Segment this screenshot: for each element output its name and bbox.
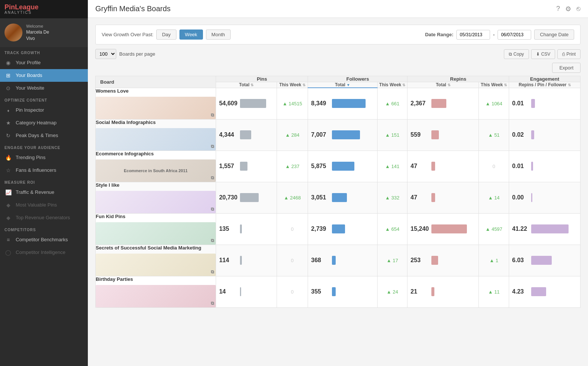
board-name[interactable]: Ecommerce Infographics (96, 151, 216, 156)
data-cell: 15,240 (407, 213, 479, 245)
col-board-header[interactable]: Board (96, 76, 216, 88)
bar (332, 256, 336, 265)
sidebar-item-competitor-benchmarks[interactable]: ≡ Competitor Benchmarks (0, 233, 88, 246)
board-thumbnail: ⧉ (96, 191, 216, 213)
week-cell: ▲ 14515 (277, 88, 308, 119)
data-cell: 4,344 (216, 119, 277, 151)
board-link-icon[interactable]: ⧉ (211, 207, 214, 212)
bar (332, 287, 336, 296)
sidebar-item-fans-influencers[interactable]: ☆ Fans & Influencers (0, 164, 88, 177)
total-value: 54,609 (219, 100, 238, 107)
measure-roi-header: MEASURE ROI (0, 177, 88, 186)
sidebar-item-top-revenue[interactable]: ◆ Top Revenue Generators (0, 211, 88, 224)
total-value: 7,007 (311, 131, 330, 138)
sidebar-item-trending-pins[interactable]: 🔥 Trending Pins (0, 151, 88, 164)
data-cell: 47 (407, 151, 479, 182)
week-cell: ▲ 4597 (479, 213, 509, 245)
month-button[interactable]: Month (206, 30, 231, 40)
board-name[interactable]: Secrets of Successful Social Media Marke… (96, 245, 216, 251)
total-value: 2,739 (311, 226, 330, 232)
peak-days-icon: ↻ (4, 133, 12, 139)
sidebar-item-competitor-intelligence[interactable]: ◯ Competitor Intelligence (0, 246, 88, 259)
sidebar-item-your-website[interactable]: ⊙ Your Website (0, 82, 88, 94)
sidebar-item-peak-days[interactable]: ↻ Peak Days & Times (0, 129, 88, 142)
profile-icon: ◉ (4, 60, 12, 66)
sidebar-item-traffic-revenue[interactable]: 📈 Traffic & Revenue (0, 186, 88, 199)
total-value: 253 (410, 257, 429, 264)
week-cell: ▲ 17 (377, 245, 407, 276)
controls-row: View Growth Over Past: Day Week Month Da… (95, 25, 581, 44)
board-thumbnail: ⧉ (96, 222, 216, 245)
board-link-icon[interactable]: ⧉ (211, 238, 214, 243)
settings-icon[interactable]: ⚙ (565, 5, 571, 13)
engagement-subheader[interactable]: Repins / Pin / Follower⇅ (509, 82, 581, 88)
fans-icon: ☆ (4, 167, 12, 173)
csv-button[interactable]: ⬇ CSV (531, 49, 555, 59)
bar (240, 193, 259, 202)
change-date-button[interactable]: Change Date (534, 30, 574, 40)
week-value: ▲ 661 (385, 101, 399, 106)
export-button[interactable]: Export (552, 63, 581, 73)
board-name-cell: Fun Kid Pins⧉ (96, 213, 216, 245)
week-value: ▲ 11 (488, 289, 500, 295)
repins-week-subheader[interactable]: This Week⇅ (479, 82, 509, 88)
total-value: 368 (311, 257, 330, 264)
total-value: 14 (219, 288, 238, 295)
bar (240, 256, 242, 265)
bar (431, 130, 439, 139)
bar (240, 130, 251, 139)
col-followers-header: Followers (308, 76, 407, 82)
sidebar-item-pin-inspector[interactable]: ⬧ Pin Inspector (0, 104, 88, 117)
total-value: 15,240 (410, 226, 429, 232)
board-link-icon[interactable]: ⧉ (211, 269, 214, 274)
week-cell: ▲ 2468 (277, 182, 308, 213)
engagement-value: 4.23 (512, 288, 529, 295)
sidebar-item-label: Your Website (16, 85, 44, 91)
total-value: 559 (410, 131, 429, 138)
sidebar-item-your-profile[interactable]: ◉ Your Profile (0, 56, 88, 69)
pins-week-subheader[interactable]: This Week⇅ (277, 82, 308, 88)
board-name-cell: Secrets of Successful Social Media Marke… (96, 245, 216, 276)
date-from-input[interactable] (456, 30, 490, 40)
sidebar-item-your-boards[interactable]: ⊞ Your Boards (0, 69, 88, 82)
help-icon[interactable]: ? (556, 5, 560, 13)
followers-total-subheader[interactable]: Total▼ (308, 82, 377, 88)
pins-total-subheader[interactable]: Total⇅ (216, 82, 277, 88)
board-link-icon[interactable]: ⧉ (211, 144, 214, 149)
revenue-icon: ◆ (4, 215, 12, 221)
date-separator: - (493, 32, 495, 37)
inspector-icon: ⬧ (4, 107, 12, 113)
board-name-cell: Womens Love⧉ (96, 88, 216, 119)
day-button[interactable]: Day (156, 30, 176, 40)
sidebar-item-most-valuable[interactable]: ◆ Most Valuable Pins (0, 199, 88, 211)
engagement-cell: 41.22 (509, 213, 581, 245)
data-cell: 5,875 (308, 151, 377, 182)
board-name[interactable]: Birthday Parties (96, 276, 216, 282)
board-link-icon[interactable]: ⧉ (211, 301, 214, 306)
board-link-icon[interactable]: ⧉ (211, 112, 214, 118)
logout-icon[interactable]: ⎋ (576, 5, 581, 13)
per-page-select[interactable]: 100 (95, 49, 116, 59)
sidebar-item-label: Competitor Benchmarks (16, 237, 68, 242)
col-pins-header: Pins (216, 76, 308, 82)
bar (431, 99, 446, 108)
total-value: 5,875 (311, 163, 330, 170)
board-name[interactable]: Social Media Infographics (96, 120, 216, 125)
engagement-value: 0.01 (512, 100, 529, 107)
board-name[interactable]: Style I like (96, 182, 216, 188)
board-name[interactable]: Womens Love (96, 88, 216, 94)
followers-week-subheader[interactable]: This Week⇅ (377, 82, 407, 88)
board-name[interactable]: Fun Kid Pins (96, 214, 216, 219)
board-name-cell: Social Media Infographics⧉ (96, 119, 216, 151)
avatar-image (4, 24, 22, 41)
engagement-bar (531, 287, 546, 296)
bar (240, 162, 247, 171)
week-button[interactable]: Week (179, 30, 203, 40)
copy-button[interactable]: ⧉ Copy (504, 49, 529, 59)
sidebar-item-label: Traffic & Revenue (16, 189, 54, 195)
print-button[interactable]: ⎙ Print (557, 49, 581, 59)
date-to-input[interactable] (498, 30, 531, 40)
repins-total-subheader[interactable]: Total⇅ (407, 82, 479, 88)
sidebar-item-category-heatmap[interactable]: ★ Category Heatmap (0, 117, 88, 129)
board-link-icon[interactable]: ⧉ (211, 175, 214, 180)
